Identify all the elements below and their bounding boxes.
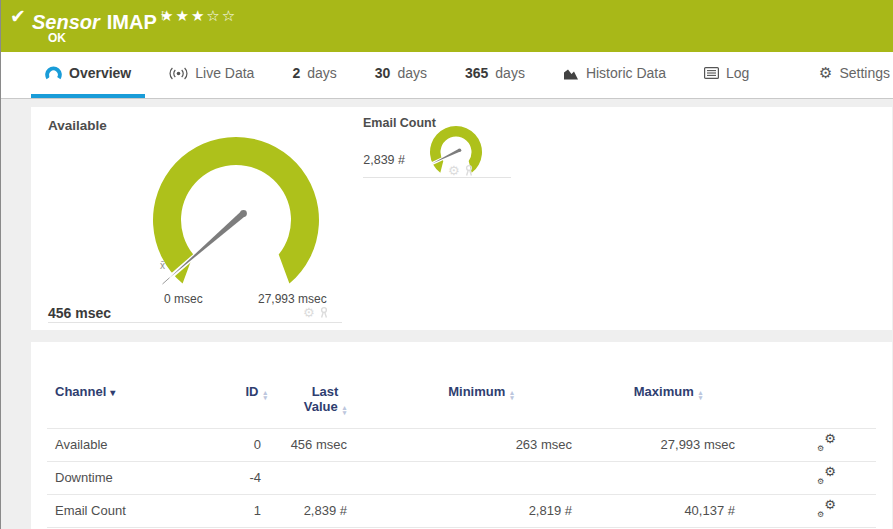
channel-id: 1 (225, 494, 275, 527)
gear-icon: ⚙ (824, 498, 836, 512)
sensor-title-prefix: Sensor (32, 11, 100, 33)
status-badge: OK (48, 31, 66, 45)
sort-desc-icon: ▾ (110, 387, 115, 398)
channel-last-value: 2,839 # (275, 494, 375, 527)
channel-minimum: 2,819 # (375, 494, 587, 527)
column-header-channel-label: Channel (55, 384, 106, 399)
gauge-icon (45, 66, 62, 80)
historic-chart-icon (563, 67, 579, 80)
sensor-header: ✔ SensorIMAP⚐ ★★★☆☆ OK (1, 0, 893, 52)
gauge-available-min-label: 0 msec (164, 292, 203, 306)
tab-log[interactable]: Log (690, 52, 763, 98)
table-row-email-count: Email Count 1 2,839 # 2,819 # 40,137 # ⚙… (47, 494, 876, 527)
gauge-pin-icon[interactable] (318, 306, 330, 319)
gauge-available-hover-tools[interactable]: ⚙ (303, 306, 330, 319)
gear-icon: ⚙ (824, 432, 836, 446)
log-list-icon (704, 67, 719, 79)
channel-table-panel: Channel▾ ID▴▾ Last Value▴▾ Minimum▴▾ (31, 342, 892, 529)
channel-id: 0 (225, 428, 275, 461)
status-check-icon: ✔ (10, 7, 26, 27)
live-data-icon (169, 67, 188, 80)
tab-365-days[interactable]: 365 days (451, 52, 539, 98)
gauge-available-value: 456 msec (48, 305, 111, 321)
column-header-id-label: ID (245, 384, 258, 399)
tab-2-days[interactable]: 2 days (278, 52, 350, 98)
sort-icon: ▴▾ (263, 390, 267, 400)
gauge-average-marker: x̄ (160, 260, 165, 271)
column-header-id[interactable]: ID▴▾ (225, 376, 275, 428)
sensor-page: ✔ SensorIMAP⚐ ★★★☆☆ OK Overview Live Dat… (0, 0, 893, 529)
channel-name: Email Count (47, 494, 225, 527)
gauges-panel: Available x̄ 0 msec 27,993 msec 456 msec… (31, 107, 892, 330)
tab-settings[interactable]: ⚙ Settings (805, 52, 893, 98)
settings-gear-icon: ⚙ (819, 66, 832, 80)
tab-30-days-unit: days (397, 65, 427, 81)
gauge-available-max-label: 27,993 msec (258, 292, 327, 306)
tab-log-label: Log (726, 65, 749, 81)
tab-30-days[interactable]: 30 days (361, 52, 441, 98)
tab-bar: Overview Live Data 2 days 30 days 365 da… (1, 52, 893, 99)
gauge-available[interactable] (146, 130, 331, 300)
gauge-gear-icon[interactable]: ⚙ (303, 306, 315, 319)
channel-maximum (587, 461, 749, 494)
gauge-available-divider (48, 322, 342, 323)
gauge-pin-icon[interactable] (463, 164, 475, 177)
page-title: SensorIMAP⚐ (32, 4, 171, 34)
tab-settings-label: Settings (839, 65, 890, 81)
sort-icon: ▴▾ (699, 390, 703, 400)
channel-maximum: 27,993 msec (587, 428, 749, 461)
tab-live-data[interactable]: Live Data (155, 52, 268, 98)
gauge-email-title: Email Count (363, 116, 436, 130)
channel-maximum: 40,137 # (587, 494, 749, 527)
column-header-last-label: Last (275, 384, 375, 399)
channel-last-value: 456 msec (275, 428, 375, 461)
channel-minimum: 263 msec (375, 428, 587, 461)
priority-stars[interactable]: ★★★☆☆ (160, 7, 237, 25)
gauge-gear-icon[interactable]: ⚙ (448, 164, 460, 177)
channel-id: -4 (225, 461, 275, 494)
column-header-minimum-label: Minimum (448, 384, 505, 399)
table-header-row: Channel▾ ID▴▾ Last Value▴▾ Minimum▴▾ (47, 376, 876, 428)
channel-table: Channel▾ ID▴▾ Last Value▴▾ Minimum▴▾ (47, 376, 876, 528)
column-header-minimum[interactable]: Minimum▴▾ (375, 376, 587, 428)
tab-historic-data[interactable]: Historic Data (549, 52, 680, 98)
tab-2-days-unit: days (307, 65, 337, 81)
gear-small-icon: ⚙ (817, 445, 824, 453)
tab-historic-data-label: Historic Data (586, 65, 666, 81)
channel-settings-button[interactable]: ⚙⚙ (817, 435, 836, 451)
sensor-name: IMAP (107, 11, 157, 33)
content-area: Available x̄ 0 msec 27,993 msec 456 msec… (1, 99, 893, 529)
channel-name: Downtime (47, 461, 225, 494)
gear-icon: ⚙ (824, 465, 836, 479)
gauge-email-divider (363, 177, 511, 178)
tab-365-days-unit: days (495, 65, 525, 81)
table-row-available: Available 0 456 msec 263 msec 27,993 mse… (47, 428, 876, 461)
sort-icon: ▴▾ (510, 390, 514, 400)
channel-minimum (375, 461, 587, 494)
channel-settings-button[interactable]: ⚙⚙ (817, 468, 836, 484)
tab-30-days-number: 30 (375, 65, 391, 81)
gear-small-icon: ⚙ (817, 478, 824, 486)
gauge-available-title: Available (48, 118, 107, 133)
tab-2-days-number: 2 (292, 65, 300, 81)
channel-name: Available (47, 428, 225, 461)
column-header-last-value[interactable]: Last Value▴▾ (275, 376, 375, 428)
column-header-actions (749, 376, 876, 428)
sort-icon: ▴▾ (343, 405, 347, 415)
channel-last-value (275, 461, 375, 494)
tab-365-days-number: 365 (465, 65, 488, 81)
gauge-email-value: 2,839 # (331, 153, 405, 167)
tab-live-data-label: Live Data (195, 65, 254, 81)
table-row-downtime: Downtime -4 ⚙⚙ (47, 461, 876, 494)
column-header-maximum-label: Maximum (634, 384, 694, 399)
gear-small-icon: ⚙ (817, 511, 824, 519)
tab-overview[interactable]: Overview (31, 52, 145, 98)
column-header-channel[interactable]: Channel▾ (47, 376, 225, 428)
column-header-value-label: Value (304, 399, 338, 414)
gauge-email-hover-tools[interactable]: ⚙ (448, 164, 475, 177)
column-header-maximum[interactable]: Maximum▴▾ (587, 376, 749, 428)
tab-overview-label: Overview (69, 65, 131, 81)
channel-settings-button[interactable]: ⚙⚙ (817, 501, 836, 517)
